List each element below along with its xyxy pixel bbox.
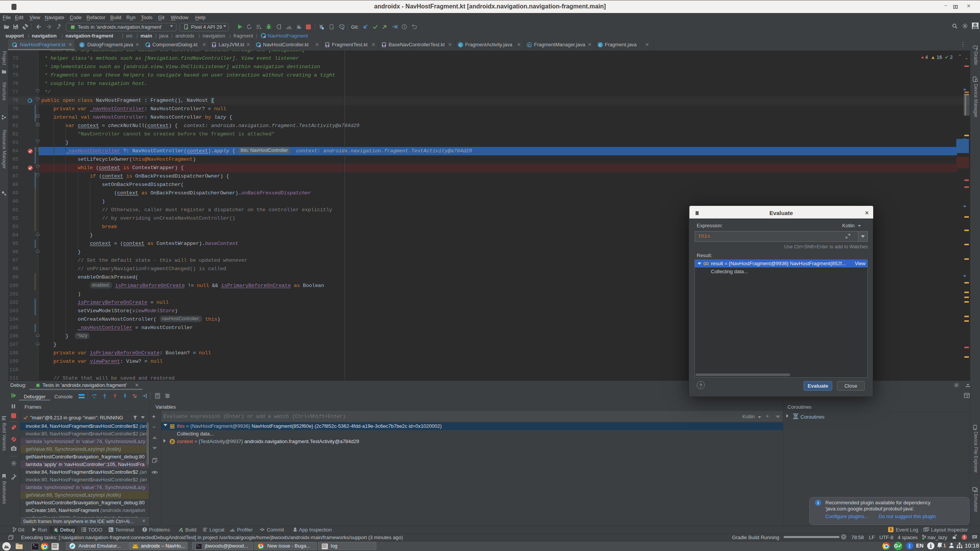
- svg-text:C: C: [81, 43, 83, 47]
- svg-text:C: C: [459, 43, 462, 47]
- svg-text:C: C: [599, 43, 602, 47]
- svg-text:C: C: [528, 43, 531, 47]
